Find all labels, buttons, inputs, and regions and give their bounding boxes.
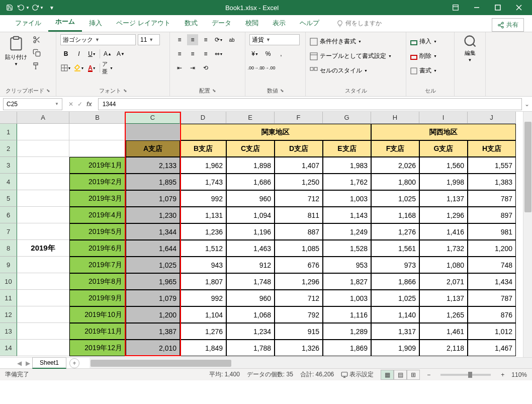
cell[interactable]: 1,116 xyxy=(323,306,371,323)
cell[interactable]: 1,895 xyxy=(126,174,180,190)
cell[interactable] xyxy=(17,306,69,323)
cell[interactable]: 1,732 xyxy=(419,240,468,257)
cell[interactable]: 1,276 xyxy=(180,323,226,340)
cell[interactable]: 1,094 xyxy=(226,207,275,223)
cell[interactable]: 2,118 xyxy=(419,340,468,356)
font-size-combo[interactable]: 11▼ xyxy=(138,34,160,45)
cell[interactable]: 992 xyxy=(180,290,226,306)
cell[interactable]: 1,866 xyxy=(371,273,419,290)
cell[interactable]: 1,762 xyxy=(323,174,371,190)
cell[interactable] xyxy=(17,140,69,157)
cell[interactable]: 1,561 xyxy=(371,240,419,257)
cell[interactable]: 2019年1月 xyxy=(69,157,126,174)
cell[interactable]: 960 xyxy=(226,190,275,207)
tab-formulas[interactable]: 数式 xyxy=(178,15,205,32)
cell[interactable]: 915 xyxy=(275,323,323,340)
cell[interactable]: 748 xyxy=(468,257,516,273)
cell[interactable]: 1,025 xyxy=(371,290,419,306)
tell-me-search[interactable]: 何をしますか xyxy=(331,15,387,32)
align-right-icon[interactable]: ≡ xyxy=(200,48,211,59)
cell[interactable] xyxy=(17,157,69,174)
cell[interactable]: 943 xyxy=(180,257,226,273)
tab-view[interactable]: 表示 xyxy=(265,15,293,32)
font-color-icon[interactable]: A▼ xyxy=(86,62,98,73)
cell[interactable]: 1,200 xyxy=(126,306,180,323)
row-header[interactable]: 3 xyxy=(0,157,17,174)
zoom-level[interactable]: 110% xyxy=(511,371,527,378)
orientation2-icon[interactable]: ⟲ xyxy=(200,62,211,73)
cell[interactable]: 2,010 xyxy=(126,340,180,356)
font-name-combo[interactable]: 游ゴシック▼ xyxy=(60,34,136,45)
cut-icon[interactable] xyxy=(31,34,42,45)
align-center-icon[interactable]: ≡ xyxy=(187,48,198,59)
tab-page-layout[interactable]: ページ レイアウト xyxy=(109,15,178,32)
insert-cells-button[interactable]: 挿入▼ xyxy=(410,36,437,47)
tab-review[interactable]: 校閲 xyxy=(238,15,265,32)
cell[interactable]: 関西地区 xyxy=(371,124,516,140)
cell[interactable]: 897 xyxy=(468,207,516,223)
page-layout-view-icon[interactable]: ▤ xyxy=(394,370,407,380)
cell[interactable]: 887 xyxy=(275,223,323,240)
cell[interactable]: 2019年4月 xyxy=(69,207,126,223)
percent-icon[interactable]: % xyxy=(262,48,274,59)
ribbon-display-icon[interactable] xyxy=(446,1,466,14)
cell[interactable]: 2,071 xyxy=(419,273,468,290)
cell[interactable]: 712 xyxy=(275,190,323,207)
merge-center-icon[interactable]: ⇔▼ xyxy=(213,48,224,59)
column-header[interactable]: I xyxy=(419,112,468,124)
row-header[interactable]: 6 xyxy=(0,207,17,223)
enter-formula-icon[interactable]: ✓ xyxy=(77,101,82,108)
cell[interactable]: 1,234 xyxy=(226,323,275,340)
row-header[interactable]: 4 xyxy=(0,174,17,190)
cell[interactable]: 1,196 xyxy=(226,223,275,240)
cell[interactable]: 1,434 xyxy=(468,273,516,290)
increase-decimal-icon[interactable]: .00→.0 xyxy=(249,62,260,73)
cell[interactable]: 1,407 xyxy=(275,157,323,174)
decrease-font-icon[interactable]: A▼ xyxy=(115,48,126,59)
cell[interactable]: 1,012 xyxy=(468,323,516,340)
number-format-combo[interactable]: 通貨▼ xyxy=(249,34,300,45)
cell[interactable]: E支店 xyxy=(323,140,371,157)
dialog-launcher-icon[interactable]: ⬊ xyxy=(212,88,216,93)
cell[interactable]: 2019年3月 xyxy=(69,190,126,207)
cell[interactable] xyxy=(17,290,69,306)
qat-customize-icon[interactable]: ▼ xyxy=(45,1,58,14)
cell[interactable]: 1,644 xyxy=(126,240,180,257)
cell[interactable]: 1,528 xyxy=(323,240,371,257)
display-settings-button[interactable]: 表示設定 xyxy=(341,370,374,379)
copy-icon[interactable] xyxy=(31,47,42,58)
cell[interactable]: 1,140 xyxy=(371,306,419,323)
fill-color-icon[interactable]: ▼ xyxy=(73,62,84,73)
cell[interactable] xyxy=(69,124,126,140)
zoom-out-button[interactable]: − xyxy=(427,371,430,378)
zoom-slider[interactable] xyxy=(440,374,491,376)
cell[interactable]: 1,898 xyxy=(226,157,275,174)
cell[interactable]: 1,250 xyxy=(275,174,323,190)
vertical-scrollbar[interactable] xyxy=(523,112,532,357)
cell[interactable]: 1,387 xyxy=(126,323,180,340)
cell[interactable]: 1,249 xyxy=(323,223,371,240)
cell[interactable]: 1,326 xyxy=(275,340,323,356)
add-sheet-button[interactable]: + xyxy=(69,358,79,368)
cell[interactable]: 2019年10月 xyxy=(69,306,126,323)
cell[interactable]: D支店 xyxy=(275,140,323,157)
cell[interactable]: 2019年11月 xyxy=(69,323,126,340)
cell[interactable]: 1,869 xyxy=(323,340,371,356)
cell[interactable]: 1,025 xyxy=(371,190,419,207)
cell[interactable]: 1,104 xyxy=(180,306,226,323)
cell[interactable]: 2019年12月 xyxy=(69,340,126,356)
cell[interactable]: 1,230 xyxy=(126,207,180,223)
cell[interactable]: A支店 xyxy=(126,140,180,157)
cell[interactable]: 2019年2月 xyxy=(69,174,126,190)
normal-view-icon[interactable]: ▦ xyxy=(381,370,394,380)
row-header[interactable]: 13 xyxy=(0,323,17,340)
format-as-table-button[interactable]: テーブルとして書式設定▼ xyxy=(310,51,392,61)
cell[interactable]: 1,200 xyxy=(468,240,516,257)
phonetic-icon[interactable]: ア亜▼ xyxy=(102,62,113,73)
paste-button[interactable]: 貼り付け ▼ xyxy=(4,34,28,66)
column-header[interactable]: J xyxy=(468,112,516,124)
row-header[interactable]: 14 xyxy=(0,340,17,356)
cell[interactable]: 2019年 xyxy=(17,240,69,257)
cell[interactable]: 1,383 xyxy=(468,174,516,190)
cell[interactable]: 1,003 xyxy=(323,290,371,306)
